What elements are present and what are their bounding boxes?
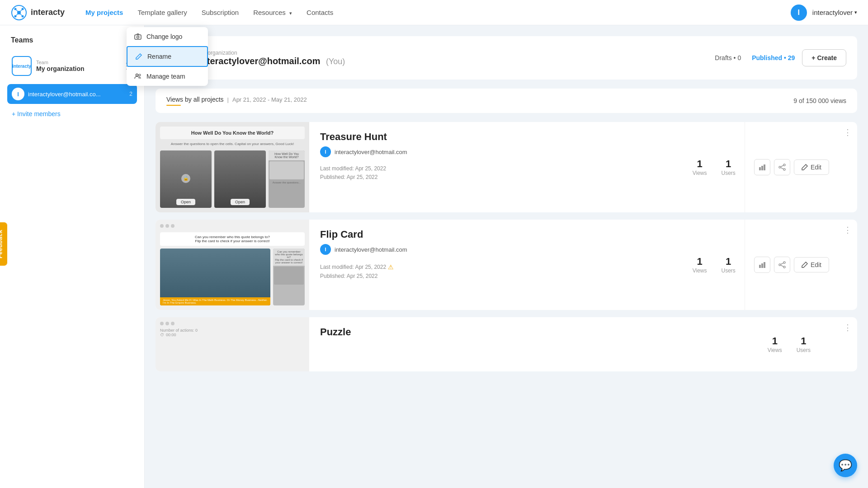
svg-point-3 xyxy=(22,8,24,10)
project-title: Flip Card xyxy=(320,229,673,240)
project-stats: 1 Views 1 Users xyxy=(684,220,745,310)
drafts-stat: Drafts • 0 xyxy=(715,54,741,61)
edit-button[interactable]: Edit xyxy=(794,257,829,272)
org-details: My organization interactylover@hotmail.c… xyxy=(199,50,708,66)
svg-rect-16 xyxy=(764,164,765,170)
published-stat[interactable]: Published • 29 xyxy=(752,54,795,61)
project-thumbnail-flip-card: Can you remember who this quote belongs … xyxy=(156,220,309,310)
author-avatar: I xyxy=(320,244,331,255)
svg-rect-24 xyxy=(764,262,765,268)
chat-button[interactable]: 💬 xyxy=(834,454,857,477)
project-title: Treasure Hunt xyxy=(320,131,673,143)
project-info: Flip Card I interactylover@hotmail.com L… xyxy=(309,220,684,310)
svg-point-13 xyxy=(139,74,141,76)
chevron-down-icon: ▾ xyxy=(289,10,292,16)
chevron-down-icon: ▾ xyxy=(854,9,857,15)
logo-text: interacty xyxy=(31,8,65,17)
card-more-button[interactable]: ⋮ xyxy=(838,317,857,338)
svg-point-19 xyxy=(783,169,785,170)
svg-line-6 xyxy=(16,10,18,12)
project-card: Number of actions: 0 ⏱00:00 Puzzle 1 Vie… xyxy=(156,317,857,371)
svg-rect-10 xyxy=(135,35,141,39)
change-logo-item[interactable]: Change logo xyxy=(127,27,208,46)
project-thumbnail-treasure-hunt: How Well Do You Know the World? Answer t… xyxy=(156,122,309,212)
project-meta: Last modified: Apr 25, 2022 ⚠ Published:… xyxy=(320,262,673,281)
users-stat: 1 Users xyxy=(797,335,811,353)
feedback-tab[interactable]: Feedback xyxy=(0,222,7,266)
svg-point-18 xyxy=(779,166,781,168)
org-email-line: interactylover@hotmail.com (You) xyxy=(199,56,708,66)
project-info: Puzzle xyxy=(309,317,759,371)
svg-line-20 xyxy=(781,165,783,167)
users-stat: 1 Users xyxy=(722,256,736,274)
card-more-button[interactable]: ⋮ xyxy=(838,122,857,143)
svg-line-7 xyxy=(20,10,22,12)
org-stats: Drafts • 0 Published • 29 xyxy=(715,54,795,61)
edit-icon xyxy=(135,52,143,61)
user-avatar[interactable]: I xyxy=(791,5,807,21)
invite-members-button[interactable]: + Invite members xyxy=(7,106,137,122)
svg-line-21 xyxy=(781,168,783,169)
content-area: interacty My organization interactylover… xyxy=(145,25,868,488)
project-stats: 1 Views 1 Users xyxy=(759,317,820,371)
project-author: I interactylover@hotmail.com xyxy=(320,146,673,157)
member-email: interactylover@hotmail.co... xyxy=(28,91,126,98)
svg-point-25 xyxy=(783,262,785,263)
svg-point-27 xyxy=(783,266,785,268)
svg-rect-15 xyxy=(761,166,763,170)
sidebar: Teams interacty Team My organization ⋮ xyxy=(0,25,145,488)
project-actions: Edit xyxy=(745,220,838,310)
logo[interactable]: interacty xyxy=(11,5,65,21)
nav-subscription[interactable]: Subscription xyxy=(195,5,245,20)
views-stat: 1 Views xyxy=(768,335,782,353)
svg-rect-14 xyxy=(759,167,761,170)
logo-icon xyxy=(11,5,27,21)
warning-icon: ⚠ xyxy=(388,262,394,272)
nav-links: My projects Template gallery Subscriptio… xyxy=(79,5,791,20)
edit-button[interactable]: Edit xyxy=(794,160,829,175)
org-header: interacty My organization interactylover… xyxy=(156,36,857,80)
views-stat: 1 Views xyxy=(693,256,707,274)
member-item[interactable]: I interactylover@hotmail.co... 2 xyxy=(7,84,137,104)
user-name-button[interactable]: interactylover ▾ xyxy=(812,9,857,16)
svg-line-9 xyxy=(20,14,22,15)
svg-line-29 xyxy=(781,265,783,267)
nav-my-projects[interactable]: My projects xyxy=(79,5,129,20)
project-meta: Last modified: Apr 25, 2022 Published: A… xyxy=(320,164,673,182)
svg-point-2 xyxy=(14,8,17,10)
share-button[interactable] xyxy=(774,257,790,273)
svg-rect-23 xyxy=(761,263,763,268)
project-card: Can you remember who this quote belongs … xyxy=(156,220,857,310)
team-item[interactable]: interacty Team My organization ⋮ xyxy=(7,52,137,80)
chat-icon: 💬 xyxy=(839,459,852,472)
card-more-button[interactable]: ⋮ xyxy=(838,220,857,240)
nav-contacts[interactable]: Contacts xyxy=(300,5,340,20)
project-author: I interactylover@hotmail.com xyxy=(320,244,673,255)
svg-rect-22 xyxy=(759,265,761,268)
create-button[interactable]: + Create xyxy=(802,49,846,66)
nav-right: I interactylover ▾ xyxy=(791,5,857,21)
analytics-button[interactable] xyxy=(754,159,770,175)
project-thumbnail-puzzle: Number of actions: 0 ⏱00:00 xyxy=(156,317,309,371)
camera-icon xyxy=(134,33,142,41)
member-count: 2 xyxy=(129,91,132,97)
navbar: interacty My projects Template gallery S… xyxy=(0,0,868,25)
share-button[interactable] xyxy=(774,159,790,175)
nav-resources[interactable]: Resources ▾ xyxy=(247,5,298,20)
manage-team-item[interactable]: Manage team xyxy=(127,67,208,86)
team-info: Team My organization xyxy=(36,60,116,72)
views-count: 9 of 150 000 views xyxy=(793,97,846,104)
rename-item[interactable]: Rename xyxy=(127,46,208,67)
author-avatar: I xyxy=(320,146,331,157)
svg-point-4 xyxy=(14,15,17,17)
analytics-button[interactable] xyxy=(754,257,770,273)
project-info: Treasure Hunt I interactylover@hotmail.c… xyxy=(309,122,684,212)
views-label-area: Views by all projects | Apr 21, 2022 - M… xyxy=(166,96,307,106)
team-logo: interacty xyxy=(12,56,32,76)
sidebar-title: Teams xyxy=(7,36,137,44)
member-avatar: I xyxy=(12,88,24,100)
svg-point-17 xyxy=(783,164,785,166)
nav-template-gallery[interactable]: Template gallery xyxy=(131,5,193,20)
svg-line-8 xyxy=(16,14,18,15)
project-stats: 1 Views 1 Users xyxy=(684,122,745,212)
